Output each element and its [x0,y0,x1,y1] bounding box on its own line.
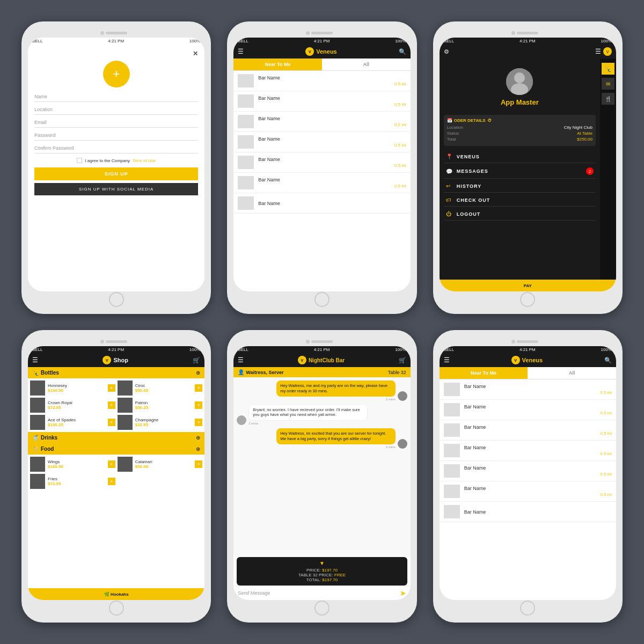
agree-checkbox[interactable] [77,158,82,163]
bar-item-4[interactable]: Bar Name 0.5 mi [233,152,410,173]
msg-time-1: 2 mins [248,422,407,425]
send-message-input[interactable]: Send Message [238,590,396,596]
cart-icon[interactable]: 🛒 [193,357,200,364]
signup-button[interactable]: SIGN UP [34,167,198,180]
home-button-6[interactable] [520,601,535,616]
add-button[interactable]: + [108,419,115,426]
bar-item-62[interactable]: Bar Name 0.5 mi [440,420,616,441]
add-button[interactable]: + [108,478,115,485]
bar-item-61[interactable]: Bar Name 0.5 mi [440,400,616,420]
home-button-3[interactable] [520,292,535,307]
search-icon-2[interactable]: 🔍 [399,48,406,55]
menu-veneus[interactable]: 📍 VENEUS [444,150,596,163]
battery-2: 100% [395,39,406,43]
bar-name: Bar Name [258,177,406,182]
social-signup-button[interactable]: SIGN UP WITH SOCIAL MEDIA [34,183,198,195]
close-icon[interactable]: ✕ [193,50,198,57]
password-field[interactable]: Password [34,130,198,141]
phone-2: BELL 4:21 PM 100% ☰ V Veneus 🔍 Near To M… [227,21,416,314]
add-button[interactable]: + [195,419,202,426]
status-bar-6: BELL 4:21 PM 100% [440,346,616,353]
bar-item-65[interactable]: Bar Name 0.5 mi [440,481,616,502]
drinks-section-header: 🥤 Drinks ⊕ [28,432,204,443]
add-button[interactable]: + [108,460,115,468]
avatar-upload[interactable]: + [103,61,130,87]
menu-history[interactable]: ↩ HISTORY [444,180,596,193]
bar-item-64[interactable]: Bar Name 0.5 mi [440,461,616,481]
send-button[interactable]: ➤ [400,589,406,597]
carrier-4: BELL [32,347,43,352]
order-details: 📅 ODER DETAILS ⏱ Location City Night Clu… [444,115,596,146]
bar-item-0[interactable]: Bar Name 0.5 mi [233,71,410,91]
bar-item-3[interactable]: Bar Name 0.5 mi [233,132,410,152]
menu-icon-4[interactable]: ☰ [32,356,38,364]
tab-all-2[interactable]: All [322,58,411,70]
menu-messages[interactable]: 💬 MESSAGES 2 [444,164,596,179]
phone-camera-5 [306,340,310,343]
search-icon-6[interactable]: 🔍 [604,357,612,364]
add-button[interactable]: + [195,460,202,468]
location-field[interactable]: Location [34,105,198,115]
settings-icon[interactable]: ⚙ [444,48,449,55]
confirm-password-field[interactable]: Confirm Password [34,143,198,153]
tab-near-6[interactable]: Near To Me [440,367,528,379]
side-icon-bottle[interactable]: 🍾 [602,63,614,75]
battery-5: 100% [395,347,406,352]
product-fries: Fries $72.95 + [30,474,115,489]
bar-info: Bar Name 0.5 mi [464,445,612,456]
hamburger-icon[interactable]: ☰ [595,48,601,55]
menu-icon-6[interactable]: ☰ [444,356,450,364]
add-button[interactable]: + [195,384,202,392]
bar-item-6[interactable]: Bar Name [233,193,410,214]
bar-info: Bar Name 0.5 mi [258,177,406,188]
time-4: 4:21 PM [108,347,124,352]
menu-icon-5[interactable]: ☰ [238,356,244,364]
header-title-6: V Veneus [511,356,543,364]
bar-item-66[interactable]: Bar Name [440,502,616,522]
tab-bar-2: Near To Me All [233,58,410,71]
tab-all-6[interactable]: All [528,367,616,379]
product-img [30,398,45,413]
add-button[interactable]: + [108,401,115,409]
add-button[interactable]: + [108,384,115,392]
product-wings: Wings $160.50 + [30,457,115,472]
profile-top: App Master [444,64,596,115]
bar-thumb [238,74,254,87]
profile-header: ⚙ ☰ V [440,45,616,58]
menu-checkout[interactable]: 🏷 CHECK OUT [444,194,596,207]
bar-thumb [444,383,460,396]
side-icon-panel: 🍾 ✉ 🍴 [600,58,616,280]
home-button-4[interactable] [109,601,124,616]
menu-icon-2[interactable]: ☰ [238,48,244,55]
term-link[interactable]: Term of Use [133,158,156,163]
add-button[interactable]: + [195,401,202,409]
carrier-2: BELL [238,39,248,43]
msg-bubble-1: Bryant, no worries. I have recieved your… [248,404,367,421]
bar-item-63[interactable]: Bar Name 0.5 mi [440,441,616,461]
phone-screen-2: BELL 4:21 PM 100% ☰ V Veneus 🔍 Near To M… [233,38,410,291]
email-field[interactable]: Email [34,118,198,128]
time-6: 4:21 PM [519,347,536,352]
menu-logout[interactable]: ⏻ LOGOUT [444,208,596,221]
food-toggle[interactable]: ⊕ [196,446,200,452]
bar-item-60[interactable]: Bar Name 0.5 mi [440,379,616,400]
phone-speaker-3 [517,32,538,34]
home-button-1[interactable] [109,292,124,307]
side-icon-message[interactable]: ✉ [602,78,614,90]
bar-info: Bar Name 0.5 mi [464,404,612,415]
bar-item-2[interactable]: Bar Name 0.5 mi [233,112,410,132]
side-icon-food[interactable]: 🍴 [602,93,614,105]
bar-dist: 0.5 mi [258,184,406,188]
bar-item-5[interactable]: Bar Name 0.5 mi [233,173,410,193]
bar-info: Bar Name 0.5 mi [258,157,406,168]
drinks-toggle[interactable]: ⊕ [196,435,200,441]
status-bar-2: BELL 4:21 PM 100% [233,38,410,45]
bar-item-1[interactable]: Bar Name 0.5 mi [233,91,410,112]
tab-near-2[interactable]: Near To Me [233,58,322,70]
bottles-toggle[interactable]: ⊕ [196,370,200,376]
home-button-2[interactable] [314,292,330,307]
home-button-5[interactable] [314,601,330,616]
bar-info: Bar Name 0.5 mi [464,425,612,436]
cart-icon-5[interactable]: 🛒 [399,357,406,364]
name-field[interactable]: Name [34,92,198,102]
